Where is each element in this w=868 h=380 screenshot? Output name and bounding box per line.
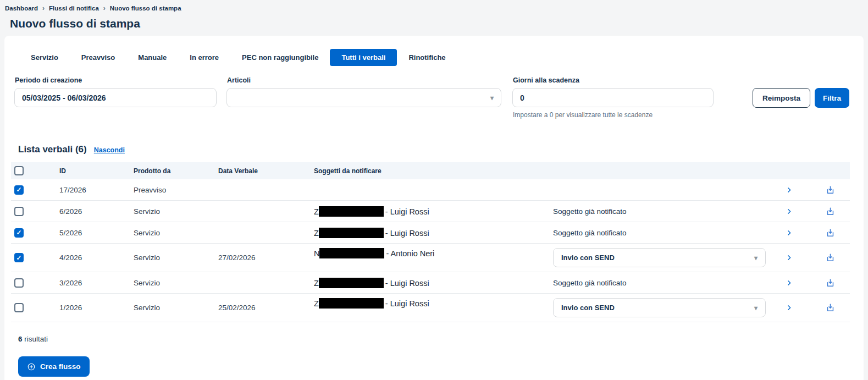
cell-soggetti: Z- Luigi Rossi [314,228,553,238]
cell-data-verbale: 27/02/2026 [218,254,314,262]
cell-prodotto: Servizio [134,254,218,262]
cell-soggetti: Z- Luigi Rossi [314,298,553,309]
row-open-button[interactable] [784,185,794,195]
subject-name: - Antonio Neri [386,249,434,258]
giorni-helper-text: Impostare a 0 per visualizzare tutte le … [513,111,714,119]
row-open-button[interactable] [784,303,794,312]
verbali-table: ✓ ID Prodotto da Data Verbale Soggetti d… [11,162,850,322]
date-range-input[interactable] [14,88,217,107]
status-text: Soggetto già notificato [553,279,627,287]
filter-button[interactable]: Filtra [815,88,849,108]
row-checkbox[interactable]: ✓ [14,207,24,216]
row-download-button[interactable] [825,227,836,239]
row-download-button[interactable] [825,302,836,313]
chevron-right-icon [786,279,793,287]
row-download-button[interactable] [825,206,836,217]
redacted-name [319,248,384,258]
subject-prefix: Z [314,207,319,216]
field-articoli: Articoli ▾ [226,76,501,107]
row-checkbox[interactable]: ✓ [14,278,24,288]
cell-id: 6/2026 [59,207,134,216]
row-checkbox[interactable]: ✓ [14,185,24,195]
create-flow-label: Crea flusso [40,362,81,371]
invio-select[interactable]: Invio con SEND ▾ [553,248,766,267]
chevron-right-icon [786,304,793,311]
table-row: ✓ 6/2026 Servizio Z- Luigi Rossi Soggett… [11,201,850,222]
tab-pec-non-raggiungibile[interactable]: PEC non raggiungibile [230,49,330,66]
cell-soggetti: Z- Luigi Rossi [314,278,553,288]
row-download-button[interactable] [825,252,836,263]
articoli-select[interactable]: ▾ [226,88,501,107]
tab-bar: Servizio Preavviso Manuale In errore PEC… [19,49,864,66]
chevron-right-icon [786,186,793,194]
cell-id: 17/2026 [59,186,134,194]
tab-rinotifiche[interactable]: Rinotifiche [397,49,457,66]
tab-manuale[interactable]: Manuale [126,49,178,66]
row-checkbox[interactable]: ✓ [14,228,24,238]
cell-prodotto: Servizio [134,207,218,216]
table-row: ✓ 1/2026 Servizio 25/02/2026 Z- Luigi Ro… [11,294,850,322]
redacted-name [319,278,384,288]
list-heading: Lista verbali (6) Nascondi [18,144,864,155]
cell-prodotto: Servizio [134,304,218,312]
row-open-button[interactable] [784,278,794,288]
results-count: 6 risultati [18,335,864,343]
download-icon [826,228,835,238]
cell-soggetti: Z- Luigi Rossi [314,206,553,217]
breadcrumb-flussi-di-notifica[interactable]: Flussi di notifica [49,5,99,12]
breadcrumb-current: Nuovo flusso di stampa [110,5,181,12]
plus-circle-icon [27,362,36,371]
subject-prefix: Z [314,229,319,238]
cell-id: 1/2026 [59,304,134,312]
create-flow-button[interactable]: Crea flusso [18,356,90,377]
chevron-right-icon [786,229,793,236]
chevron-right-icon [786,208,793,215]
row-checkbox[interactable]: ✓ [14,253,24,262]
hide-link[interactable]: Nascondi [94,146,125,154]
download-icon [826,207,835,216]
row-download-button[interactable] [825,277,836,289]
column-header-prodotto: Prodotto da [134,167,218,175]
table-row: ✓ 5/2026 Servizio Z- Luigi Rossi Soggett… [11,222,850,244]
column-header-data-verbale: Data Verbale [218,167,314,175]
articoli-label: Articoli [227,76,501,84]
tab-in-errore[interactable]: In errore [178,49,230,66]
giorni-label: Giorni alla scadenza [513,76,714,84]
invio-select-value: Invio con SEND [561,304,615,312]
giorni-scadenza-input[interactable] [512,88,714,107]
filter-actions: Reimposta Filtra [753,76,849,108]
select-all-checkbox[interactable]: ✓ [14,166,24,175]
filters-bar: Periodo di creazione Articoli ▾ Giorni a… [4,66,864,119]
cell-id: 3/2026 [59,279,134,287]
page-header: Dashboard › Flussi di notifica › Nuovo f… [0,0,868,30]
row-open-button[interactable] [784,207,794,216]
tab-servizio[interactable]: Servizio [19,49,70,66]
subject-prefix: N [314,249,319,258]
row-open-button[interactable] [784,253,794,262]
subject-name: - Luigi Rossi [385,229,429,238]
breadcrumb-dashboard[interactable]: Dashboard [5,5,38,12]
breadcrumb: Dashboard › Flussi di notifica › Nuovo f… [5,4,868,12]
tab-preavviso[interactable]: Preavviso [70,49,126,66]
reset-button[interactable]: Reimposta [753,88,810,108]
subject-name: - Luigi Rossi [385,299,429,308]
page-title: Nuovo flusso di stampa [10,17,868,30]
invio-select[interactable]: Invio con SEND ▾ [553,298,766,317]
row-download-button[interactable] [825,184,836,196]
results-label: risultati [24,335,48,343]
field-giorni-scadenza: Giorni alla scadenza Impostare a 0 per v… [512,76,714,119]
table-header: ✓ ID Prodotto da Data Verbale Soggetti d… [11,162,850,179]
tab-tutti-i-verbali[interactable]: Tutti i verbali [330,49,397,66]
row-checkbox[interactable]: ✓ [14,303,24,312]
cell-prodotto: Preavviso [134,186,218,194]
list-title: Lista verbali (6) [18,144,87,155]
subject-prefix: Z [314,279,319,288]
redacted-name [319,228,384,238]
status-text: Soggetto già notificato [553,229,627,237]
subject-prefix: Z [314,299,319,308]
caret-down-icon: ▾ [754,305,758,311]
table-row: ✓ 3/2026 Servizio Z- Luigi Rossi Soggett… [11,272,850,294]
row-open-button[interactable] [784,228,794,238]
invio-select-value: Invio con SEND [561,254,615,262]
content-card: Servizio Preavviso Manuale In errore PEC… [4,36,864,380]
